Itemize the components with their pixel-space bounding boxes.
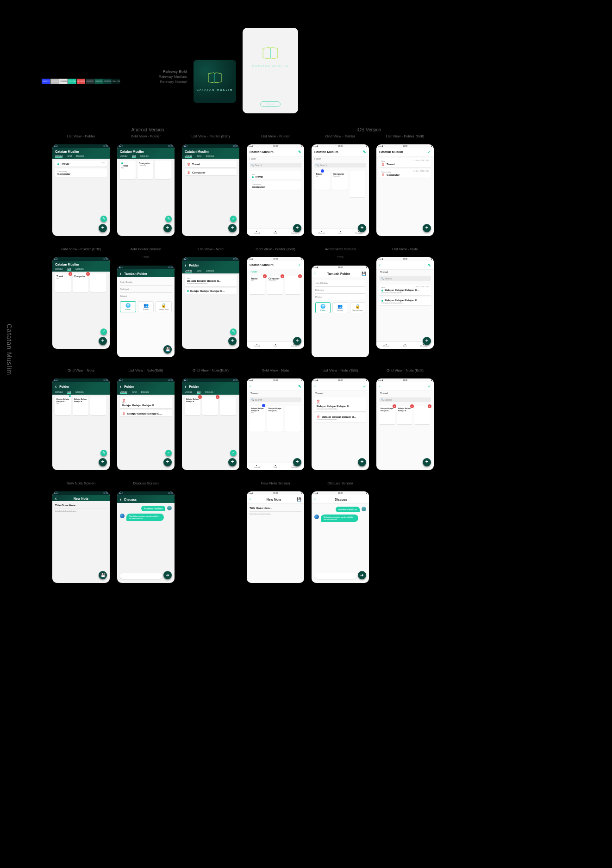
note-title-input[interactable]: Title Goes Here... (250, 505, 301, 512)
edit-fab[interactable] (100, 450, 107, 456)
back-icon[interactable] (120, 384, 122, 389)
title-input[interactable]: Judul Folder (315, 280, 365, 287)
tab-discuss[interactable]: Discuss (75, 391, 84, 394)
note-body-input[interactable]: babababababababababa... (55, 510, 107, 512)
add-fab[interactable] (228, 458, 237, 466)
note-card[interactable]: Belajar Belajar Belajar B...Moz (250, 406, 265, 432)
edit-icon[interactable]: ✎ (363, 150, 366, 154)
add-fab[interactable] (228, 337, 237, 345)
send-fab[interactable] (358, 571, 366, 579)
folder-row-edit[interactable]: Moz🗑Travel31 Dec 2018 13:14 (379, 158, 431, 167)
tab-unread[interactable]: Unread (185, 155, 192, 158)
add-fab[interactable] (228, 224, 237, 232)
note-row-edit[interactable]: 🗑MozBelajar Belajar Belajar B...babababa… (314, 397, 366, 411)
privacy-contact[interactable]: Kontak (138, 301, 154, 312)
back-button[interactable] (314, 384, 316, 389)
tab-unread[interactable]: Unread (254, 344, 260, 347)
tab-unread[interactable]: Unread (318, 231, 325, 234)
delete-badge-icon[interactable]: × (216, 395, 219, 399)
tab-unread[interactable]: Unread (120, 391, 127, 394)
note-row[interactable]: MozBelajar Belajar Belajar B...31 Dec 20… (379, 285, 431, 295)
delete-badge-icon[interactable]: × (69, 272, 72, 276)
tab-unread[interactable]: Unread (55, 155, 62, 158)
folder-row-edit[interactable]: Community🗑Computer31 Dec 2018 13:14 (379, 169, 431, 178)
add-fab[interactable] (163, 224, 172, 232)
back-button[interactable] (379, 384, 381, 389)
add-fab[interactable] (293, 337, 301, 345)
done-icon[interactable]: ✓ (363, 384, 366, 389)
folder-card-empty[interactable] (90, 273, 106, 292)
folder-row[interactable]: Community Computer (55, 168, 107, 177)
note-card[interactable]: Belajar Belajar Belajar B... (73, 397, 88, 415)
trash-icon[interactable]: 🗑 (187, 162, 190, 166)
add-fab[interactable] (423, 224, 431, 232)
note-row[interactable]: Belajar Belajar Belajar B...babababababa… (379, 297, 431, 305)
tab-list[interactable]: List (132, 155, 136, 158)
delete-badge-icon[interactable]: × (263, 274, 267, 278)
back-button[interactable] (250, 384, 251, 389)
edit-icon[interactable]: ✎ (428, 263, 431, 267)
message-input[interactable] (120, 573, 162, 579)
folder-card[interactable]: × (285, 276, 300, 294)
back-icon[interactable] (55, 384, 57, 389)
delete-badge-icon[interactable]: × (281, 274, 284, 278)
folder-card[interactable]: ×ComputerCommunity (267, 276, 283, 294)
tab-discuss[interactable]: Discuss (76, 155, 85, 158)
trash-icon[interactable]: 🗑 (187, 171, 190, 174)
privacy-private[interactable]: Hanya Saya (156, 301, 172, 312)
edit-fab[interactable] (230, 329, 237, 335)
note-title-input[interactable]: Title Goes Here... (55, 502, 107, 509)
note-card-empty[interactable] (220, 397, 236, 415)
add-fab[interactable] (423, 337, 431, 345)
back-link[interactable]: ‹ Folder (247, 269, 304, 274)
note-card[interactable]: ×Belajar Belajar Belajar B... (379, 406, 395, 424)
note-row-edit[interactable]: 🗑Belajar Belajar Belajar B... (120, 410, 172, 416)
done-icon[interactable]: ✓ (428, 384, 431, 389)
add-fab[interactable] (358, 224, 366, 232)
tab-grid[interactable]: Grid (197, 269, 201, 273)
done-fab[interactable] (165, 450, 172, 456)
add-fab[interactable] (293, 224, 301, 232)
search-input[interactable]: 🔍 Search (250, 397, 301, 402)
trash-icon[interactable]: 🗑 (317, 399, 320, 403)
folder-row[interactable]: CommunityComputer (250, 181, 301, 190)
add-fab[interactable] (99, 458, 107, 466)
done-icon[interactable]: ✓ (298, 263, 301, 267)
note-card-empty[interactable] (285, 406, 300, 432)
tab-discuss[interactable]: Discuss (206, 155, 214, 158)
tab-unread[interactable]: Unread (120, 155, 127, 158)
tab-grid[interactable]: Grid (274, 465, 277, 468)
note-card[interactable]: × (202, 397, 218, 415)
note-row[interactable]: MozBelajar Belajar Belajar B...babababab… (185, 275, 237, 286)
back-button[interactable] (314, 271, 316, 276)
delete-badge-icon[interactable]: × (428, 404, 431, 408)
back-button[interactable] (250, 497, 251, 502)
folder-card[interactable]: ×Computer (73, 273, 88, 292)
start-button[interactable]: Mulai (260, 101, 281, 107)
tab-grid[interactable]: Grid (197, 155, 201, 158)
search-input[interactable]: 🔍 Search (379, 276, 431, 281)
folder-row-edit[interactable]: 🗑Travel (185, 161, 237, 167)
folder-card[interactable]: TravelMoz (314, 171, 330, 190)
privacy-public[interactable]: Public (120, 301, 136, 312)
done-fab[interactable] (100, 329, 107, 335)
title-input[interactable]: Judul Folder (120, 279, 172, 286)
trash-icon[interactable]: 🗑 (381, 173, 385, 176)
folder-card[interactable]: ComputerCommunity (137, 161, 153, 179)
tab-discuss[interactable]: Discuss (206, 269, 214, 273)
tab-unread[interactable]: Unread (55, 267, 62, 271)
tab-unread[interactable]: Unread (185, 269, 192, 273)
privacy-contact[interactable]: Kontak (332, 302, 348, 313)
tab-grid[interactable]: Grid (403, 344, 407, 347)
note-card[interactable]: Belajar Belajar Belajar B...Moz (55, 397, 71, 415)
back-icon[interactable] (120, 497, 122, 502)
tab-unread[interactable]: Unread (383, 344, 389, 347)
tab-discuss[interactable]: Discuss (205, 391, 213, 394)
delete-badge-icon[interactable]: × (86, 272, 90, 276)
note-card[interactable]: ×Belajar Belajar Belajar B... (185, 397, 200, 415)
delete-badge-icon[interactable]: × (393, 404, 396, 408)
note-card-empty[interactable] (90, 397, 106, 415)
tab-list[interactable]: List (67, 391, 71, 394)
trash-icon[interactable]: 🗑 (122, 412, 125, 415)
delete-badge-icon[interactable]: × (410, 404, 414, 408)
